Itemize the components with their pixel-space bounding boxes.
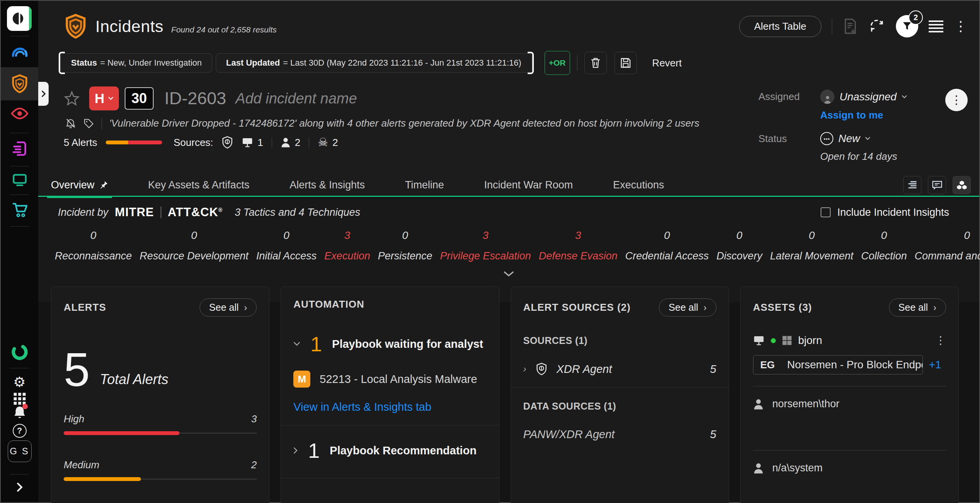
xdr-agent-source-row[interactable]: › XDR Agent 5 — [523, 362, 716, 376]
chevron-right-icon: › — [244, 302, 247, 313]
tactic-execution[interactable]: 3Execution — [320, 229, 374, 262]
sidebar-item-endpoints[interactable] — [1, 169, 38, 191]
incident-description: 'Vulnerable Driver Dropped - 1742486172'… — [109, 117, 699, 129]
save-icon — [620, 58, 631, 68]
host-actions-icon[interactable]: ⋮ — [935, 337, 946, 344]
user-icon — [281, 137, 291, 148]
user-asset-row[interactable]: n/a\system — [753, 462, 946, 474]
divider — [753, 386, 946, 386]
incident-name-input[interactable]: Add incident name — [235, 90, 357, 107]
tactic-defense-evasion[interactable]: 3Defense Evasion — [535, 229, 621, 262]
view-alerts-link[interactable]: View in Alerts & Insights tab — [293, 401, 431, 413]
sidebar-item-threat-hunting[interactable] — [1, 103, 38, 124]
users-metric[interactable]: 2 — [281, 137, 300, 149]
tactic-collection[interactable]: 0Collection — [857, 229, 911, 262]
filter-pill-last-updated[interactable]: Last Updated = Last 30D (May 22nd 2023 1… — [216, 53, 532, 73]
alerts-table-button[interactable]: Alerts Table — [739, 16, 821, 37]
tab-key-assets[interactable]: Key Assets & Artifacts — [148, 174, 250, 196]
filter-value: = Last 30D (May 22nd 2023 11:21:16 - Jun… — [283, 58, 521, 68]
agent-shield-icon — [222, 136, 233, 149]
hosts-count: 1 — [257, 137, 263, 149]
tactic-privilege-escalation[interactable]: 3Privilege Escalation — [436, 229, 535, 262]
revert-button[interactable]: Revert — [652, 57, 682, 69]
tab-executions[interactable]: Executions — [613, 174, 664, 196]
alerts-see-all-button[interactable]: See all› — [200, 298, 257, 317]
sidebar-item-marketplace[interactable] — [1, 199, 38, 221]
filter-pill-status[interactable]: Status = New, Under Investigation — [61, 53, 212, 73]
divider — [10, 166, 29, 166]
incident-tabs: Overview Key Assets & Artifacts Alerts &… — [38, 174, 979, 197]
threat-actors-metric[interactable]: ☠ 2 — [318, 137, 338, 149]
malware-alert-row[interactable]: M 52213 - Local Analysis Malware — [293, 371, 486, 388]
tab-overview[interactable]: Overview — [51, 174, 108, 196]
delete-filter-button[interactable] — [584, 52, 607, 74]
assignee-dropdown[interactable]: Unassigned — [820, 90, 907, 104]
hosts-metric[interactable]: 1 — [242, 137, 263, 149]
save-filter-button[interactable] — [614, 52, 637, 74]
layout-view-button[interactable] — [903, 176, 921, 194]
divider — [10, 133, 29, 133]
sidebar-item-reports[interactable] — [1, 138, 38, 159]
chevron-right-icon — [293, 447, 298, 454]
insights-checkbox[interactable] — [821, 207, 831, 217]
severity-count: 3 — [251, 413, 257, 425]
source-name: XDR Agent — [557, 363, 612, 376]
menu-icon[interactable] — [929, 20, 943, 32]
eye-icon — [10, 107, 29, 120]
tactic-discovery[interactable]: 0Discovery — [713, 229, 766, 262]
endpoint-group-tag[interactable]: EG Norsemen - Pro Block Endpoin... — [753, 355, 923, 374]
tactic-credential-access[interactable]: 0Credential Access — [621, 229, 713, 262]
collapse-section-button[interactable] — [38, 271, 979, 276]
assets-see-all-button[interactable]: See all› — [889, 298, 946, 317]
more-options-icon[interactable]: ⋮ — [954, 22, 968, 30]
cortex-logo[interactable] — [7, 6, 32, 31]
tactic-initial-access[interactable]: 0Initial Access — [252, 229, 321, 262]
tactic-label: Reconnaissance — [55, 250, 132, 262]
tactic-reconnaissance[interactable]: 0Reconnaissance — [51, 229, 136, 262]
filter-button[interactable]: 2 — [896, 15, 918, 37]
sidebar-item-dashboard[interactable] — [1, 41, 38, 62]
host-asset-row[interactable]: bjorn ⋮ — [753, 334, 946, 347]
playbook-waiting-group[interactable]: 1 Playbook waiting for analyst — [293, 332, 486, 356]
widgets-button[interactable] — [953, 176, 971, 194]
sidebar-item-incidents-active[interactable] — [1, 67, 38, 100]
star-icon[interactable] — [64, 90, 80, 107]
mitre-summary-row: Incident by MITRE ATT&CK® 3 Tactics and … — [38, 205, 979, 219]
refresh-icon[interactable] — [868, 18, 885, 35]
filter-field: Status — [71, 58, 97, 68]
tactic-resource-development[interactable]: 0Resource Development — [136, 229, 252, 262]
alerts-card: ALERTS See all› 5 Total Alerts High 3 — [51, 286, 269, 503]
comments-button[interactable] — [928, 176, 946, 194]
tab-timeline[interactable]: Timeline — [405, 174, 444, 196]
total-alerts-label: Total Alerts — [100, 371, 168, 389]
status-dropdown[interactable]: ••• New — [820, 132, 907, 145]
sources-see-all-button[interactable]: See all› — [659, 298, 716, 317]
cubes-icon — [956, 180, 968, 191]
data-source-row[interactable]: PANW/XDR Agent 5 — [523, 428, 716, 441]
incident-actions-button[interactable]: ⋮ — [945, 89, 968, 111]
sidebar-item-profile[interactable]: G S — [1, 439, 38, 464]
playbook-recommendation-group[interactable]: 1 Playbook Recommendation — [293, 439, 486, 462]
user-asset-row[interactable]: norsemen\thor — [753, 398, 946, 410]
chevron-down-icon — [293, 342, 300, 346]
tactic-label: Lateral Movement — [770, 250, 853, 262]
export-report-icon[interactable] — [843, 18, 858, 35]
sidebar-item-automation[interactable] — [1, 341, 38, 363]
tag-icon[interactable] — [83, 118, 94, 129]
tab-alerts-insights[interactable]: Alerts & Insights — [289, 174, 365, 196]
tactic-label: Collection — [861, 250, 907, 262]
agent-source-metric[interactable] — [222, 136, 233, 149]
sidebar-expand-button[interactable] — [1, 476, 38, 498]
panel-expand-handle[interactable] — [38, 82, 49, 106]
tactic-persistence[interactable]: 0Persistence — [374, 229, 436, 262]
more-tags-link[interactable]: +1 — [929, 359, 941, 371]
tab-war-room[interactable]: Incident War Room — [484, 174, 573, 196]
severity-badge[interactable]: H — [89, 86, 119, 110]
assigned-value: Unassigned — [840, 91, 897, 103]
add-or-filter-button[interactable]: +OR — [545, 51, 570, 75]
include-insights-control[interactable]: Include Incident Insights — [821, 207, 949, 218]
notifications-off-icon[interactable] — [65, 118, 76, 129]
tactic-lateral-movement[interactable]: 0Lateral Movement — [766, 229, 857, 262]
assign-to-me-link[interactable]: Assign to me — [820, 109, 907, 121]
tactic-command-and-control[interactable]: 0Command and Control — [911, 229, 980, 262]
